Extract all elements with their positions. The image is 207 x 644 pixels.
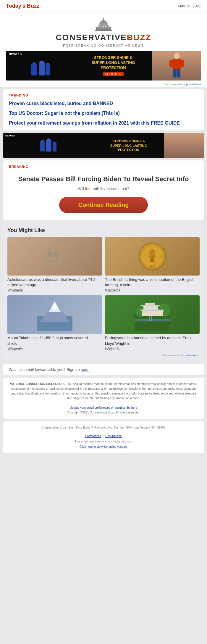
svg-rect-22 <box>173 69 177 78</box>
might-like-desc-3: Mount Takahe is a 11,350 ft high snow-co… <box>7 335 102 346</box>
might-like-grid: Achelousaurus was a dinosaur that lived … <box>7 237 200 351</box>
continue-reading-button[interactable]: Continue Reading <box>59 197 148 213</box>
svg-rect-32 <box>46 259 47 262</box>
ad-banner-1[interactable]: NEXGEN STRONGER SHINE & SUPER LONG LASTI… <box>6 51 201 80</box>
mountain-icon <box>37 298 72 331</box>
trending-item-3[interactable]: Protect your retirement savings from inf… <box>9 120 198 126</box>
header-title-highlight: Buzz <box>27 3 39 9</box>
breaking-content: Senate Passes Bill Forcing Biden To Reve… <box>9 172 198 216</box>
might-like-item-1[interactable]: Achelousaurus was a dinosaur that lived … <box>7 237 102 292</box>
svg-rect-56 <box>135 319 170 321</box>
svg-rect-23 <box>177 69 180 78</box>
svg-rect-54 <box>140 310 164 311</box>
svg-rect-33 <box>49 260 50 262</box>
svg-text:1836: 1836 <box>149 264 155 267</box>
svg-rect-36 <box>58 259 59 262</box>
view-online-link[interactable]: Click here to view the online version. <box>80 445 127 448</box>
ad-footer-1: Recommended by powerinbox <box>0 82 207 87</box>
svg-rect-35 <box>55 260 56 262</box>
svg-point-5 <box>103 18 104 20</box>
breaking-card: BREAKING Senate Passes Bill Forcing Bide… <box>3 160 204 220</box>
small-ad-left: NEXGEN <box>3 133 93 158</box>
header-title-prefix: Today's <box>6 3 27 9</box>
svg-rect-0 <box>96 27 111 30</box>
svg-rect-25 <box>41 140 44 141</box>
preferences-link[interactable]: Preferences <box>85 434 101 438</box>
copyright-text: Copyright ©2021 Conservative Buzz. All r… <box>67 411 140 414</box>
disclosure-text: MATERIAL CONNECTION DISCLOSURE: You shou… <box>9 382 198 401</box>
email-sent-to: This email was sent to xxxxxxx@gmail.com… <box>9 439 198 444</box>
ad-middle-text: STRONGER SHINE & SUPER LONG LASTING PROT… <box>74 51 152 80</box>
might-like-title: You Might Like <box>7 227 200 234</box>
logo-text: CONSERVATIVEBUZZ <box>56 33 151 42</box>
ad-cta-button[interactable]: CLICK HERE <box>103 72 124 76</box>
disclosure-section: MATERIAL CONNECTION DISCLOSURE: You shou… <box>3 378 204 419</box>
svg-rect-34 <box>52 260 53 262</box>
svg-rect-21 <box>181 60 184 67</box>
update-preferences-link[interactable]: Update your email preferences or unsubsc… <box>70 406 137 409</box>
coin-icon: 1836 <box>136 240 169 273</box>
header-date: May 29, 2021 <box>178 4 201 8</box>
trending-card: TRENDING Proven cures blacklisted, burie… <box>3 89 204 131</box>
might-like-img-4 <box>105 295 200 334</box>
svg-rect-8 <box>101 25 101 28</box>
svg-rect-10 <box>105 25 106 28</box>
svg-rect-4 <box>103 19 104 23</box>
dinosaur-icon <box>37 240 72 273</box>
svg-rect-26 <box>46 140 51 152</box>
breaking-label: BREAKING <box>9 165 198 168</box>
might-like-img-2: 1836 <box>105 237 200 276</box>
fallingwater-icon <box>135 298 170 331</box>
might-like-footer: Recommended by powerinbox <box>7 354 200 357</box>
svg-point-30 <box>48 251 53 257</box>
svg-rect-16 <box>46 64 50 75</box>
small-ad-nexgen: NEXGEN <box>5 134 15 137</box>
might-like-desc-1: Achelousaurus was a dinosaur that lived … <box>7 277 102 288</box>
ad-right-person <box>152 51 201 80</box>
capitol-icon <box>95 17 112 32</box>
breaking-headline: Senate Passes Bill Forcing Biden To Reve… <box>9 175 198 183</box>
svg-point-18 <box>174 53 180 59</box>
svg-rect-24 <box>40 141 45 152</box>
might-like-item-3[interactable]: Mount Takahe is a 11,350 ft high snow-co… <box>7 295 102 351</box>
footer-address: Conservative Buzz · Eight Four Eight N. … <box>3 421 204 453</box>
footer-address-text: Conservative Buzz · Eight Four Eight N. … <box>9 425 198 430</box>
trending-item-1[interactable]: Proven cures blacklisted, buried and BAN… <box>9 101 198 107</box>
might-like-source-1: Wikipedia <box>7 288 102 292</box>
logo-buzz: BUZZ <box>127 33 151 42</box>
small-ad-right-person <box>164 133 204 158</box>
svg-rect-14 <box>39 62 45 75</box>
logo-section: CONSERVATIVEBUZZ Free Speaking Conservat… <box>0 12 207 51</box>
ad-banner-1-wrapper: NEXGEN STRONGER SHINE & SUPER LONG LASTI… <box>0 51 207 82</box>
forward-signup-link[interactable]: here. <box>81 367 90 372</box>
logo-container: CONSERVATIVEBUZZ Free Speaking Conservat… <box>56 17 151 47</box>
might-like-item-4[interactable]: Fallingwater is a house designed by arch… <box>105 295 200 351</box>
svg-rect-13 <box>33 62 35 64</box>
small-ad-banner[interactable]: NEXGEN STRONGER SHINE &SUPER LONG LASTIN… <box>3 133 204 158</box>
ad-headline: STRONGER SHINE & SUPER LONG LASTING PROT… <box>92 55 135 70</box>
svg-point-29 <box>41 247 65 265</box>
logo-conservative: CONSERVATIVE <box>56 33 127 42</box>
might-like-source-4: Wikipedia <box>105 347 200 351</box>
small-ad-text: STRONGER SHINE &SUPER LONG LASTINGPROTEC… <box>93 133 164 158</box>
ad-nexgen-label: NEXGEN <box>9 53 22 56</box>
might-like-source-2: Wikipedia <box>105 288 200 292</box>
unsubscribe-link[interactable]: Unsubscribe <box>105 434 122 438</box>
person-silhouette-icon <box>168 52 186 79</box>
trending-label: TRENDING <box>9 94 198 97</box>
svg-rect-28 <box>53 142 56 152</box>
svg-rect-20 <box>169 60 173 67</box>
might-like-item-2[interactable]: 1836 The British farthing was a continua… <box>105 237 200 292</box>
svg-rect-27 <box>47 139 50 140</box>
svg-rect-11 <box>108 25 109 28</box>
footer-links: Preferences | Unsubscribe <box>9 434 198 439</box>
svg-rect-6 <box>95 30 112 31</box>
might-like-source-3: Wikipedia <box>7 347 102 351</box>
might-like-img-3 <box>7 295 102 334</box>
small-ad-bottles-icon <box>38 137 59 154</box>
trending-item-2[interactable]: Top US Doctor: Sugar is not the problem … <box>9 110 198 117</box>
svg-rect-15 <box>40 61 43 63</box>
svg-point-31 <box>54 251 59 257</box>
svg-rect-7 <box>98 25 99 28</box>
might-like-desc-2: The British farthing was a continuation … <box>105 277 200 288</box>
